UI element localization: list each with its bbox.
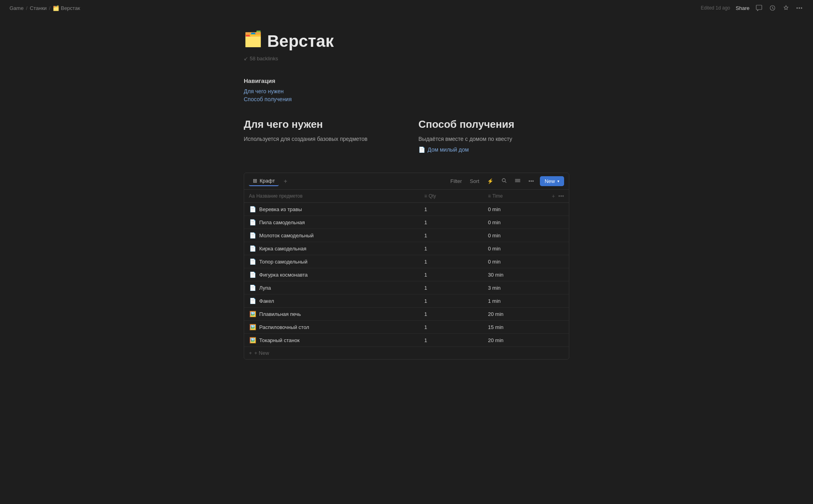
section-obtain-body: Выдаётся вместе с домом по квесту xyxy=(418,135,569,143)
cell-time: 0 min xyxy=(483,242,547,255)
edited-timestamp: Edited 1d ago xyxy=(701,5,730,11)
cell-empty xyxy=(547,229,569,242)
table-row[interactable]: 📄 Фигурка космонавта 130 min xyxy=(244,268,569,281)
db-tabs: ⊞ Крафт + xyxy=(249,176,290,186)
table-row[interactable]: 📄 Молоток самодельный 10 min xyxy=(244,229,569,242)
sort-button[interactable]: Sort xyxy=(468,177,481,185)
doc-link-icon: 📄 xyxy=(418,146,425,153)
db-tab-craft[interactable]: ⊞ Крафт xyxy=(249,176,279,186)
database-wrapper: ⊞ Крафт + Filter Sort ⚡ xyxy=(244,173,569,360)
cell-qty: 1 xyxy=(420,203,484,216)
share-button[interactable]: Share xyxy=(736,5,749,11)
table-row[interactable]: 🖼️ Плавильная печь 120 min xyxy=(244,308,569,321)
cell-name: 🖼️ Распиловочный стол xyxy=(244,321,420,334)
cell-time: 0 min xyxy=(483,203,547,216)
table-row[interactable]: 📄 Лупа 13 min xyxy=(244,281,569,294)
cell-empty xyxy=(547,308,569,321)
cell-empty xyxy=(547,242,569,255)
comment-icon[interactable] xyxy=(755,4,763,12)
row-icon: 📄 xyxy=(249,206,256,213)
cell-empty xyxy=(547,268,569,281)
breadcrumb-game[interactable]: Game xyxy=(10,5,23,11)
cell-empty xyxy=(547,255,569,268)
table-row[interactable]: 📄 Факел 11 min xyxy=(244,294,569,308)
cell-time: 30 min xyxy=(483,268,547,281)
col-name: Aa Название предметов xyxy=(244,190,420,203)
col-more-icon[interactable]: ••• xyxy=(558,193,564,199)
more-options-button[interactable]: ••• xyxy=(526,177,536,185)
nav-link-obtain[interactable]: Способ получения xyxy=(244,96,569,102)
row-icon: 📄 xyxy=(249,258,256,265)
cell-empty xyxy=(547,203,569,216)
cell-qty: 1 xyxy=(420,229,484,242)
cell-name: 📄 Топор самодельный xyxy=(244,255,420,268)
cell-name: 📄 Пила самодельная xyxy=(244,216,420,229)
cell-empty xyxy=(547,216,569,229)
filter-button[interactable]: Filter xyxy=(449,177,464,185)
db-tab-icon: ⊞ xyxy=(253,178,257,184)
db-toolbar: ⊞ Крафт + Filter Sort ⚡ xyxy=(244,173,569,190)
page-title-icon: 🗂️ xyxy=(244,30,262,48)
cell-name: 📄 Молоток самодельный xyxy=(244,229,420,242)
section-purpose: Для чего нужен Используется для создания… xyxy=(244,118,395,153)
add-row-button[interactable]: + + New xyxy=(244,346,569,359)
col-qty: ≡ Qty xyxy=(420,190,484,203)
row-icon: 🖼️ xyxy=(249,337,256,344)
cell-qty: 1 xyxy=(420,268,484,281)
cell-name: 📄 Веревка из травы xyxy=(244,203,420,216)
page-title: Верстак xyxy=(267,32,334,51)
section-purpose-body: Используется для создания базовых предме… xyxy=(244,135,395,143)
table-row[interactable]: 🖼️ Токарный станок 120 min xyxy=(244,334,569,347)
backlinks[interactable]: ↙ 58 backlinks xyxy=(244,56,569,62)
row-icon: 📄 xyxy=(249,232,256,239)
col-qty-icon: ≡ xyxy=(424,193,427,199)
cell-name: 🖼️ Токарный станок xyxy=(244,334,420,347)
star-icon[interactable] xyxy=(782,4,790,12)
cell-time: 0 min xyxy=(483,216,547,229)
cell-name: 📄 Кирка самодельная xyxy=(244,242,420,255)
nav-right: Edited 1d ago Share ••• xyxy=(701,4,803,12)
breadcrumb-stanki[interactable]: Станки xyxy=(30,5,47,11)
svg-point-1 xyxy=(502,179,505,182)
row-icon: 🖼️ xyxy=(249,310,256,317)
row-icon: 📄 xyxy=(249,271,256,278)
table-row[interactable]: 📄 Пила самодельная 10 min xyxy=(244,216,569,229)
cell-name: 📄 Факел xyxy=(244,294,420,308)
row-icon: 🖼️ xyxy=(249,323,256,331)
two-col-sections: Для чего нужен Используется для создания… xyxy=(244,118,569,153)
more-icon[interactable]: ••• xyxy=(796,4,803,12)
cell-name: 🖼️ Плавильная печь xyxy=(244,308,420,321)
main-content: 🗂️ Верстак ↙ 58 backlinks Навигация Для … xyxy=(228,0,585,375)
history-icon[interactable] xyxy=(769,4,776,12)
nav-link-purpose[interactable]: Для чего нужен xyxy=(244,88,569,94)
navigation-heading: Навигация xyxy=(244,77,569,84)
breadcrumb-current: 🗂️ Верстак xyxy=(53,5,80,11)
add-col-icon[interactable]: + xyxy=(552,193,555,199)
db-tab-add-button[interactable]: + xyxy=(281,177,289,186)
cell-qty: 1 xyxy=(420,242,484,255)
cell-time: 20 min xyxy=(483,334,547,347)
db-table: Aa Название предметов ≡ Qty ≡ Time xyxy=(244,190,569,346)
breadcrumb: Game / Станки / 🗂️ Верстак xyxy=(10,5,80,11)
table-row[interactable]: 📄 Топор самодельный 10 min xyxy=(244,255,569,268)
new-button[interactable]: New ▾ xyxy=(540,176,564,186)
cell-empty xyxy=(547,294,569,308)
section-purpose-heading: Для чего нужен xyxy=(244,118,395,131)
section-obtain: Способ получения Выдаётся вместе с домом… xyxy=(418,118,569,153)
cell-time: 15 min xyxy=(483,321,547,334)
table-row[interactable]: 🖼️ Распиловочный стол 115 min xyxy=(244,321,569,334)
cell-qty: 1 xyxy=(420,216,484,229)
new-chevron-icon: ▾ xyxy=(557,179,559,183)
toggle-button[interactable] xyxy=(513,177,522,186)
cell-empty xyxy=(547,321,569,334)
cell-time: 0 min xyxy=(483,255,547,268)
search-button[interactable] xyxy=(499,177,509,186)
table-row[interactable]: 📄 Веревка из травы 10 min xyxy=(244,203,569,216)
cell-time: 0 min xyxy=(483,229,547,242)
section-obtain-heading: Способ получения xyxy=(418,118,569,131)
table-row[interactable]: 📄 Кирка самодельная 10 min xyxy=(244,242,569,255)
doc-link-home[interactable]: 📄 Дом милый дом xyxy=(418,146,569,153)
col-name-icon: Aa xyxy=(249,193,255,199)
lightning-button[interactable]: ⚡ xyxy=(485,177,495,185)
col-time: ≡ Time xyxy=(483,190,547,203)
